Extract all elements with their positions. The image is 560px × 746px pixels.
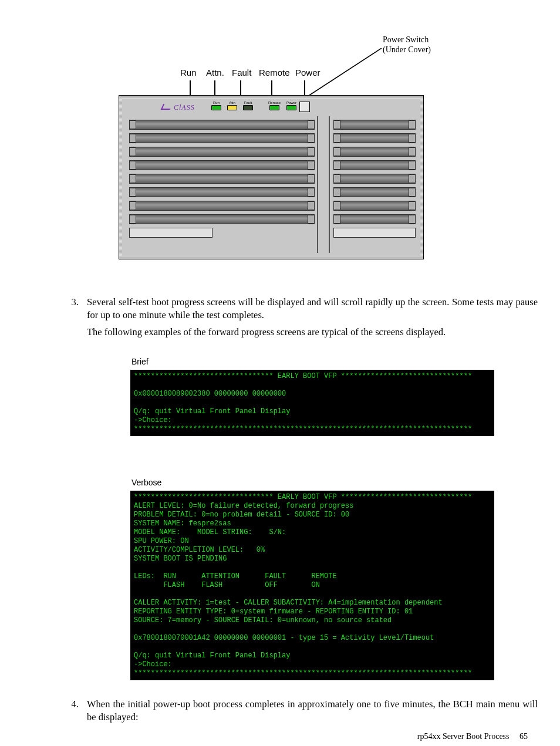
led-attn: Attn bbox=[227, 101, 237, 110]
slot-bar bbox=[129, 160, 315, 170]
label-remote: Remote bbox=[259, 67, 292, 77]
footer-title: rp54xx Server Boot Process bbox=[417, 732, 510, 741]
slot-bar bbox=[129, 120, 315, 130]
slots-left bbox=[129, 120, 315, 238]
svg-line-0 bbox=[301, 48, 382, 101]
power-switch-callout: Power Switch (Under Cover) bbox=[383, 35, 431, 55]
server-chassis-bg: ClASS Run Attn Fault Remote Power bbox=[122, 99, 420, 256]
document-page: Power Switch (Under Cover) Run Attn. Fau… bbox=[0, 0, 560, 746]
front-panel-diagram: Power Switch (Under Cover) Run Attn. Fau… bbox=[119, 35, 441, 261]
step-3-para1: Several self-test boot progress screens … bbox=[87, 296, 538, 320]
label-run: Run bbox=[180, 67, 203, 77]
slot-bar bbox=[333, 187, 416, 197]
step-4: When the initial power-up boot process c… bbox=[81, 698, 538, 724]
terminal-verbose-section: Verbose ********************************… bbox=[130, 477, 494, 680]
server-top-strip: ClASS Run Attn Fault Remote Power bbox=[127, 101, 416, 115]
step-list: Several self-test boot progress screens … bbox=[81, 296, 538, 724]
chassis-brand: ClASS bbox=[162, 103, 195, 112]
slot-bar-empty bbox=[333, 228, 416, 238]
slot-bar bbox=[333, 120, 416, 130]
led-power: Power bbox=[286, 101, 296, 110]
label-fault: Fault bbox=[232, 67, 255, 77]
slot-bar bbox=[333, 160, 416, 170]
slot-bar bbox=[333, 214, 416, 224]
led-icon bbox=[269, 105, 279, 110]
terminal-brief-title: Brief bbox=[131, 356, 494, 367]
footer-page-number: 65 bbox=[519, 732, 528, 741]
slot-bar bbox=[129, 201, 315, 211]
power-switch-callout-line2: (Under Cover) bbox=[383, 45, 431, 55]
slot-bar bbox=[333, 201, 416, 211]
arrow-line bbox=[214, 80, 215, 97]
terminal-verbose: ********************************* EARLY … bbox=[130, 491, 494, 680]
led-run: Run bbox=[211, 101, 221, 110]
arrow-line bbox=[190, 80, 191, 97]
arrow-line bbox=[240, 80, 241, 97]
step-4-text: When the initial power-up boot process c… bbox=[87, 698, 538, 723]
slot-bar bbox=[129, 133, 315, 143]
chassis-divider bbox=[317, 116, 330, 253]
slot-bar bbox=[333, 147, 416, 157]
arrow-line bbox=[271, 80, 272, 97]
server-chassis: ClASS Run Attn Fault Remote Power bbox=[119, 95, 424, 259]
power-switch-button bbox=[299, 102, 310, 112]
slot-bar-empty bbox=[129, 228, 212, 238]
terminal-brief: ********************************* EARLY … bbox=[130, 370, 494, 436]
led-icon bbox=[227, 105, 237, 110]
step-3-para2: The following examples of the forward pr… bbox=[87, 326, 538, 339]
slot-bar bbox=[129, 147, 315, 157]
led-icon bbox=[286, 105, 296, 110]
slot-bar bbox=[333, 174, 416, 184]
terminal-brief-section: Brief ********************************* … bbox=[130, 356, 494, 436]
led-icon bbox=[211, 105, 221, 110]
slots-right bbox=[333, 120, 416, 238]
slot-bar bbox=[129, 214, 315, 224]
step-3: Several self-test boot progress screens … bbox=[81, 296, 538, 680]
label-attn: Attn. bbox=[206, 67, 228, 77]
terminal-verbose-title: Verbose bbox=[131, 477, 494, 488]
spacer bbox=[87, 436, 538, 460]
led-remote: Remote bbox=[268, 101, 281, 110]
led-fault: Fault bbox=[243, 101, 253, 110]
page-footer: rp54xx Server Boot Process 65 bbox=[417, 732, 528, 741]
led-row: Run Attn Fault Remote Power bbox=[211, 101, 296, 110]
led-icon bbox=[243, 105, 253, 110]
slot-bar bbox=[333, 133, 416, 143]
power-switch-callout-line1: Power Switch bbox=[383, 35, 431, 45]
slot-bar bbox=[129, 187, 315, 197]
slot-bar bbox=[129, 174, 315, 184]
